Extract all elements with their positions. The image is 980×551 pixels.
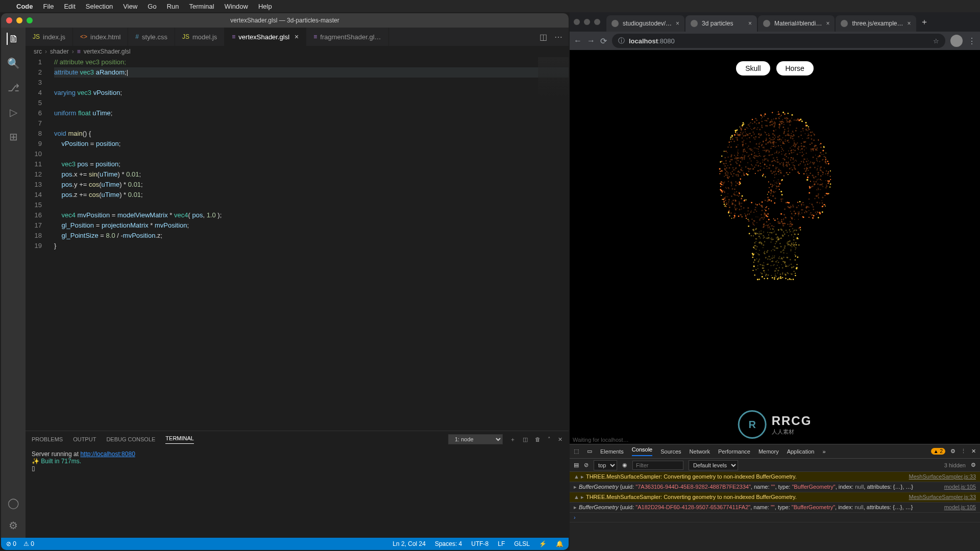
menu-run[interactable]: Run bbox=[167, 3, 179, 10]
editor-tab[interactable]: ≡vertexShader.glsl× bbox=[225, 28, 306, 46]
status-errors[interactable]: ⊘ 0 bbox=[6, 540, 16, 547]
run-debug-icon[interactable]: ▷ bbox=[7, 106, 19, 118]
devtools-menu-icon[interactable]: ⋮ bbox=[961, 448, 966, 455]
menu-file[interactable]: File bbox=[43, 3, 54, 10]
menu-icon[interactable]: ⋮ bbox=[968, 36, 976, 46]
status-indent[interactable]: Spaces: 4 bbox=[435, 540, 462, 547]
clear-console-icon[interactable]: ⊘ bbox=[584, 462, 589, 468]
menu-selection[interactable]: Selection bbox=[86, 3, 113, 10]
split-terminal-icon[interactable]: ◫ bbox=[523, 436, 528, 443]
browser-tab[interactable]: 3d particles× bbox=[685, 15, 757, 32]
code-editor[interactable]: 12345678910111213141516171819 // attribu… bbox=[26, 57, 569, 431]
bookmark-icon[interactable]: ☆ bbox=[933, 37, 939, 45]
console-sidebar-icon[interactable]: ▤ bbox=[574, 462, 579, 468]
console-row[interactable]: ▸BufferGeometry {uuid: "A182D294-DF60-41… bbox=[570, 503, 980, 513]
extensions-icon[interactable]: ⊞ bbox=[7, 131, 19, 143]
dt-tab-network[interactable]: Network bbox=[690, 448, 710, 455]
accounts-icon[interactable]: ◯ bbox=[7, 497, 19, 509]
editor-tab[interactable]: ≡fragmentShader.gl… bbox=[306, 28, 388, 46]
editor-tab[interactable]: JSindex.js bbox=[26, 28, 73, 46]
menu-help[interactable]: Help bbox=[258, 3, 272, 10]
status-eol[interactable]: LF bbox=[498, 540, 505, 547]
dt-tab-elements[interactable]: Elements bbox=[600, 448, 624, 455]
status-action-icon[interactable]: ⚡ bbox=[539, 540, 547, 547]
editor-tab[interactable]: JSmodel.js bbox=[175, 28, 225, 46]
dt-tab-console[interactable]: Console bbox=[632, 446, 652, 456]
new-tab-button[interactable]: ＋ bbox=[917, 15, 932, 29]
panel-tab-output[interactable]: OUTPUT bbox=[73, 436, 96, 442]
source-link[interactable]: model.js:105 bbox=[944, 504, 976, 511]
browser-tab[interactable]: three.js/example…× bbox=[836, 15, 916, 32]
editor-tab[interactable]: <>index.html bbox=[73, 28, 128, 46]
traffic-lights[interactable] bbox=[6, 17, 33, 23]
tab-close-icon[interactable]: × bbox=[295, 33, 299, 41]
tab-close-icon[interactable]: × bbox=[826, 20, 829, 27]
console-prompt[interactable]: › bbox=[570, 513, 980, 522]
menu-go[interactable]: Go bbox=[148, 3, 156, 10]
split-editor-icon[interactable]: ◫ bbox=[540, 32, 547, 42]
new-terminal-icon[interactable]: ＋ bbox=[510, 436, 516, 443]
page-viewport[interactable]: Skull Horse Waiting for localhost… R RRC… bbox=[570, 50, 980, 444]
panel-tab-debug[interactable]: DEBUG CONSOLE bbox=[106, 436, 155, 442]
breadcrumb[interactable]: src › shader › ≡ vertexShader.glsl bbox=[26, 46, 569, 57]
minimap[interactable] bbox=[538, 57, 569, 98]
breadcrumb-item[interactable]: vertexShader.glsl bbox=[84, 48, 131, 55]
hidden-count[interactable]: 3 hidden bbox=[944, 462, 966, 468]
console-output[interactable]: ▲ ▸THREE.MeshSurfaceSampler: Converting … bbox=[570, 472, 980, 551]
close-panel-icon[interactable]: ✕ bbox=[558, 436, 562, 443]
back-button[interactable]: ← bbox=[574, 36, 582, 45]
console-row[interactable]: ▸BufferGeometry {uuid: "7A363106-944D-45… bbox=[570, 482, 980, 492]
skull-button[interactable]: Skull bbox=[736, 61, 770, 76]
levels-select[interactable]: Default levels bbox=[689, 460, 738, 470]
forward-button[interactable]: → bbox=[587, 36, 595, 45]
console-settings-icon[interactable]: ⚙ bbox=[971, 462, 976, 468]
status-bell-icon[interactable]: 🔔 bbox=[556, 540, 564, 547]
status-lang[interactable]: GLSL bbox=[514, 540, 530, 547]
tab-close-icon[interactable]: × bbox=[908, 20, 911, 27]
tab-close-icon[interactable]: × bbox=[748, 20, 752, 27]
explorer-icon[interactable]: 🗎 bbox=[7, 33, 19, 45]
panel-tab-terminal[interactable]: TERMINAL bbox=[165, 435, 194, 444]
status-warnings[interactable]: ⚠ 0 bbox=[23, 540, 34, 547]
traffic-lights[interactable] bbox=[574, 19, 600, 25]
warning-badge[interactable]: ▲ 2 bbox=[931, 448, 945, 455]
devtools-close-icon[interactable]: ✕ bbox=[971, 448, 976, 455]
address-bar[interactable]: ⓘ localhost:8080 ☆ bbox=[612, 34, 945, 48]
terminal-dropdown[interactable]: 1: node bbox=[448, 434, 503, 444]
dt-tab-application[interactable]: Application bbox=[787, 448, 815, 455]
browser-tab[interactable]: studiogustodev/…× bbox=[606, 15, 684, 32]
menu-app[interactable]: Code bbox=[16, 3, 33, 10]
editor-tab[interactable]: #style.css bbox=[128, 28, 175, 46]
source-control-icon[interactable]: ⎇ bbox=[7, 82, 19, 94]
reload-button[interactable]: ⟳ bbox=[600, 36, 607, 46]
more-tabs-icon[interactable]: » bbox=[822, 448, 825, 455]
menu-terminal[interactable]: Terminal bbox=[189, 3, 214, 10]
menu-view[interactable]: View bbox=[123, 3, 137, 10]
terminal-link[interactable]: http://localhost:8080 bbox=[80, 450, 135, 458]
panel-tab-problems[interactable]: PROBLEMS bbox=[32, 436, 63, 442]
breadcrumb-item[interactable]: shader bbox=[50, 48, 69, 55]
search-icon[interactable]: 🔍 bbox=[7, 57, 19, 69]
status-encoding[interactable]: UTF-8 bbox=[471, 540, 488, 547]
settings-gear-icon[interactable]: ⚙ bbox=[7, 519, 19, 532]
kill-terminal-icon[interactable]: 🗑 bbox=[535, 436, 541, 442]
breadcrumb-item[interactable]: src bbox=[34, 48, 42, 55]
minimize-window-icon[interactable] bbox=[16, 17, 22, 23]
close-window-icon[interactable] bbox=[6, 17, 12, 23]
horse-button[interactable]: Horse bbox=[776, 61, 814, 76]
menu-window[interactable]: Window bbox=[225, 3, 248, 10]
zoom-window-icon[interactable] bbox=[27, 17, 33, 23]
status-cursor[interactable]: Ln 2, Col 24 bbox=[393, 540, 426, 547]
source-link[interactable]: MeshSurfaceSampler.js:33 bbox=[909, 473, 976, 480]
tab-close-icon[interactable]: × bbox=[676, 20, 679, 27]
dt-tab-performance[interactable]: Performance bbox=[718, 448, 750, 455]
profile-avatar[interactable] bbox=[950, 35, 963, 47]
filter-input[interactable] bbox=[632, 461, 683, 470]
console-row[interactable]: ▲ ▸THREE.MeshSurfaceSampler: Converting … bbox=[570, 492, 980, 503]
context-select[interactable]: top bbox=[594, 460, 617, 470]
dt-tab-memory[interactable]: Memory bbox=[758, 448, 779, 455]
devtools-settings-icon[interactable]: ⚙ bbox=[950, 448, 955, 455]
menu-edit[interactable]: Edit bbox=[64, 3, 75, 10]
device-icon[interactable]: ▭ bbox=[587, 448, 592, 455]
code-content[interactable]: // attribute vec3 position;attribute vec… bbox=[50, 57, 569, 431]
